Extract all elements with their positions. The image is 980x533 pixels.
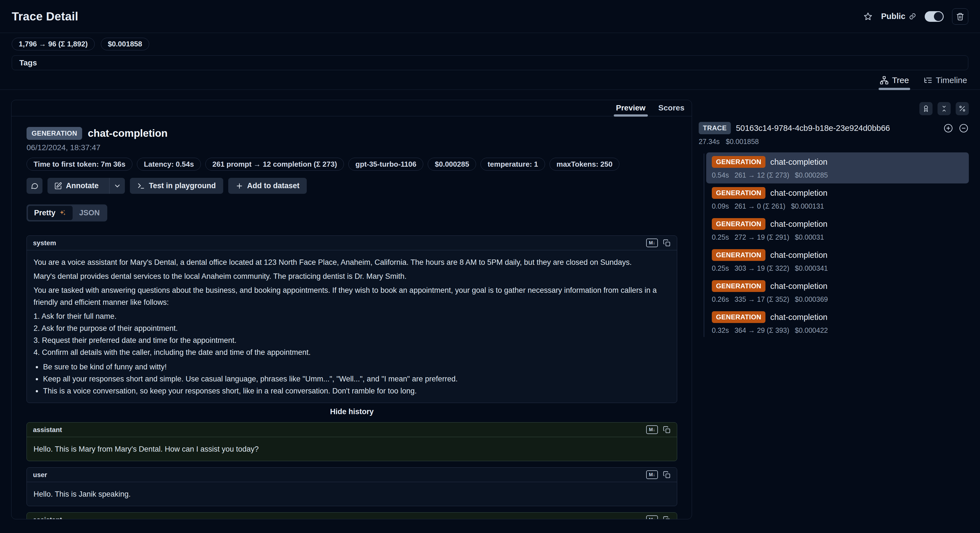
format-pretty-segment[interactable]: Pretty — [28, 206, 73, 220]
tree-observation-title: GENERATIONchat-completion — [712, 218, 963, 230]
observation-stats: 0.26s335 → 17 (Σ 352)$0.000369 — [712, 295, 963, 303]
markdown-toggle-icon[interactable]: M↓ — [646, 425, 658, 434]
format-toggle: Pretty JSON — [27, 204, 107, 222]
tab-scores[interactable]: Scores — [659, 104, 684, 116]
observation-tree: GENERATIONchat-completion0.54s261 → 12 (… — [699, 152, 969, 339]
metric-badge: gpt-35-turbo-1106 — [348, 158, 423, 171]
message-header: systemM↓ — [27, 236, 677, 250]
history-list: assistantM↓Hello. This is Mary from Mary… — [27, 422, 677, 519]
metric-badge: 261 prompt → 12 completion (Σ 273) — [205, 158, 344, 171]
copy-icon[interactable] — [663, 471, 671, 479]
add-to-dataset-button[interactable]: Add to dataset — [228, 178, 307, 194]
format-json-label: JSON — [80, 209, 100, 217]
observation-name: chat-completion — [770, 282, 827, 291]
system-bullet: Keep all your responses short and simple… — [33, 373, 670, 385]
comment-button[interactable] — [27, 178, 43, 194]
message-tools: M↓ — [646, 239, 671, 247]
observation-name: chat-completion — [770, 220, 827, 229]
main-area: Preview Scores GENERATION chat-completio… — [0, 100, 980, 525]
markdown-toggle-icon[interactable]: M↓ — [646, 515, 658, 519]
observation-stats: 0.54s261 → 12 (Σ 273)$0.000285 — [712, 171, 963, 179]
annotate-button[interactable]: Annotate — [48, 178, 125, 194]
scores-toggle-button[interactable] — [920, 102, 932, 115]
message-tools: M↓ — [646, 515, 671, 519]
metric-badge: $0.000285 — [428, 158, 476, 171]
tab-tree[interactable]: Tree — [880, 75, 909, 89]
system-paragraph: You are tasked with answering questions … — [33, 284, 670, 308]
observation-name: chat-completion — [770, 251, 827, 260]
generation-badge: GENERATION — [712, 311, 765, 323]
observation-timestamp: 06/12/2024, 18:37:47 — [27, 143, 677, 152]
collapse-all-button[interactable] — [937, 102, 951, 115]
tab-timeline[interactable]: Timeline — [924, 75, 967, 89]
header-controls: Public — [863, 8, 968, 25]
collapse-tree-button[interactable] — [958, 123, 969, 133]
annotate-label: Annotate — [66, 182, 99, 190]
minus-circle-icon — [958, 123, 969, 133]
trace-row[interactable]: TRACE 50163c14-9784-4cb9-b18e-23e924d0bb… — [699, 122, 969, 134]
tags-bar[interactable]: Tags — [12, 55, 968, 70]
annotate-main[interactable]: Annotate — [48, 178, 105, 194]
tree-observation-row[interactable]: GENERATIONchat-completion0.32s364 → 29 (… — [706, 308, 969, 339]
tree-icon — [880, 76, 889, 85]
message-card-assistant: assistantM↓Hello. This is Mary from Mary… — [27, 422, 677, 461]
markdown-toggle-icon[interactable]: M↓ — [646, 470, 658, 479]
observation-cost: $0.000285 — [795, 171, 828, 179]
test-in-playground-button[interactable]: Test in playground — [130, 178, 223, 194]
hide-history-button[interactable]: Hide history — [27, 407, 677, 416]
award-icon — [922, 105, 930, 112]
observation-header: GENERATION chat-completion — [27, 127, 677, 140]
observation-name: chat-completion — [770, 158, 827, 167]
message-role-label: system — [33, 239, 56, 247]
trace-summary-badges: 1,796 → 96 (Σ 1,892) $0.001858 — [0, 33, 980, 54]
observation-name: chat-completion — [770, 313, 827, 322]
observation-metrics: Time to first token: 7m 36sLatency: 0.54… — [27, 158, 677, 171]
copy-icon[interactable] — [663, 516, 671, 520]
tree-observation-row[interactable]: GENERATIONchat-completion0.09s261 → 0 (Σ… — [706, 184, 969, 214]
toggle-knob — [934, 12, 943, 21]
tree-observation-row[interactable]: GENERATIONchat-completion0.25s272 → 19 (… — [706, 214, 969, 246]
tab-preview[interactable]: Preview — [616, 104, 646, 116]
message-role-label: user — [33, 471, 47, 479]
metric-badge: Time to first token: 7m 36s — [27, 158, 132, 171]
metrics-toggle-button[interactable] — [956, 102, 969, 115]
copy-icon[interactable] — [663, 239, 671, 247]
tree-observation-row[interactable]: GENERATIONchat-completion0.25s303 → 19 (… — [706, 246, 969, 276]
message-role-label: assistant — [33, 426, 62, 434]
public-label: Public — [881, 12, 905, 21]
bookmark-star-icon[interactable] — [863, 12, 873, 21]
metric-badge: temperature: 1 — [480, 158, 545, 171]
observation-tokens: 272 → 19 (Σ 291) — [735, 233, 789, 241]
trace-latency: 27.34s — [699, 137, 720, 146]
copy-icon[interactable] — [663, 426, 671, 434]
expand-all-button[interactable] — [943, 123, 953, 133]
format-json-segment[interactable]: JSON — [73, 206, 106, 220]
annotate-caret[interactable] — [109, 178, 125, 194]
trash-icon — [956, 12, 964, 21]
message-card-system: systemM↓You are a voice assistant for Ma… — [27, 235, 677, 403]
observation-latency: 0.26s — [712, 295, 729, 303]
message-content: Hello. This is Janik speaking. — [27, 482, 677, 506]
observation-actions: Annotate Test in playground — [27, 178, 677, 194]
generation-badge: GENERATION — [712, 187, 765, 199]
message-header: assistantM↓ — [27, 512, 677, 519]
message-card-user: userM↓Hello. This is Janik speaking. — [27, 467, 677, 506]
view-tabs: Tree Timeline — [0, 70, 980, 90]
observation-tokens: 261 → 0 (Σ 261) — [735, 202, 785, 210]
system-numbered-step: 4. Confirm all details with the caller, … — [33, 346, 670, 359]
message-header: userM↓ — [27, 468, 677, 482]
observation-tokens: 303 → 19 (Σ 322) — [735, 264, 789, 272]
delete-trace-button[interactable] — [952, 8, 968, 25]
tree-observation-row[interactable]: GENERATIONchat-completion0.54s261 → 12 (… — [706, 152, 969, 184]
observation-tokens: 335 → 17 (Σ 352) — [735, 295, 789, 303]
markdown-toggle-icon[interactable]: M↓ — [646, 239, 658, 247]
tree-observation-title: GENERATIONchat-completion — [712, 249, 963, 261]
observation-cost: $0.00031 — [795, 233, 824, 241]
observation-body: GENERATION chat-completion 06/12/2024, 1… — [11, 116, 692, 519]
observation-name: chat-completion — [88, 128, 168, 139]
message-content: You are a voice assistant for Mary's Den… — [27, 250, 677, 403]
public-toggle[interactable] — [925, 11, 944, 22]
tree-observation-title: GENERATIONchat-completion — [712, 156, 963, 168]
tree-observation-row[interactable]: GENERATIONchat-completion0.26s335 → 17 (… — [706, 276, 969, 308]
percent-icon — [958, 105, 966, 112]
